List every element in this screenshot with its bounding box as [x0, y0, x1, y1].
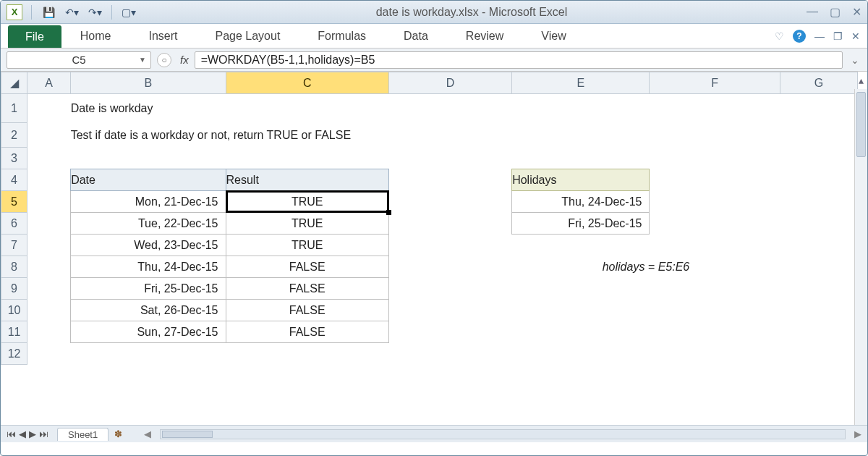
row-header-7[interactable]: 7 — [1, 235, 27, 256]
save-icon[interactable]: 💾 — [41, 4, 56, 20]
cell-C8[interactable]: FALSE — [226, 256, 388, 278]
tab-insert[interactable]: Insert — [129, 24, 196, 48]
select-all-corner[interactable]: ◢ — [1, 72, 27, 94]
sheet-nav-next-icon[interactable]: ▶ — [29, 428, 36, 439]
row-header-12[interactable]: 12 — [1, 343, 27, 365]
undo-icon[interactable]: ↶▾ — [64, 4, 80, 20]
col-header-A[interactable]: A — [27, 72, 71, 94]
vertical-scrollbar[interactable]: ▴ — [854, 89, 867, 425]
row-header-5[interactable]: 5 — [1, 191, 27, 213]
chevron-down-icon[interactable]: ▼ — [139, 56, 146, 64]
new-sheet-icon[interactable]: ✽ — [114, 428, 122, 439]
sheet-nav-prev-icon[interactable]: ◀ — [19, 428, 26, 439]
title-bar: X 💾 ↶▾ ↷▾ ▢▾ date is workday.xlsx - Micr… — [1, 1, 867, 24]
sheet-title: Date is workday — [71, 94, 780, 123]
formula-text: =WORKDAY(B5-1,1,holidays)=B5 — [201, 54, 375, 67]
expand-formula-bar-icon[interactable]: ⌄ — [848, 54, 861, 66]
horizontal-scrollbar[interactable] — [160, 429, 846, 439]
tab-review[interactable]: Review — [447, 24, 522, 48]
header-result[interactable]: Result — [226, 169, 388, 191]
doc-minimize-icon[interactable]: — — [814, 30, 825, 42]
name-box-value: C5 — [72, 54, 85, 66]
cell-C5-value: TRUE — [292, 195, 323, 208]
scroll-thumb[interactable] — [856, 92, 866, 157]
header-holidays[interactable]: Holidays — [512, 169, 650, 191]
cell-B9[interactable]: Fri, 25-Dec-15 — [71, 278, 226, 300]
maximize-icon[interactable]: ▢ — [830, 5, 841, 19]
ribbon-minimize-icon[interactable]: ♡ — [775, 30, 784, 42]
sheet-tab-bar: ⏮ ◀ ▶ ⏭ Sheet1 ✽ ◀ ▶ — [1, 425, 867, 442]
tab-view[interactable]: View — [522, 24, 584, 48]
qat-separator — [31, 5, 32, 20]
row-header-3[interactable]: 3 — [1, 148, 27, 169]
cell-B5[interactable]: Mon, 21-Dec-15 — [71, 191, 226, 213]
col-header-B[interactable]: B — [71, 72, 226, 94]
qat-separator — [111, 5, 112, 20]
cell-B8[interactable]: Thu, 24-Dec-15 — [71, 256, 226, 278]
sheet-tab-sheet1[interactable]: Sheet1 — [57, 428, 109, 441]
cell-B11[interactable]: Sun, 27-Dec-15 — [71, 321, 226, 343]
holidays-note: holidays = E5:E6 — [512, 256, 780, 278]
hscroll-thumb[interactable] — [162, 431, 213, 438]
ribbon: File Home Insert Page Layout Formulas Da… — [1, 24, 867, 48]
doc-close-icon[interactable]: ✕ — [851, 30, 860, 42]
close-icon[interactable]: ✕ — [852, 5, 861, 19]
minimize-icon[interactable]: — — [807, 5, 818, 19]
fx-icon[interactable]: fx — [180, 54, 189, 66]
redo-icon[interactable]: ↷▾ — [87, 4, 103, 20]
header-date[interactable]: Date — [71, 169, 226, 191]
formula-bar: C5 ▼ ○ fx =WORKDAY(B5-1,1,holidays)=B5 ⌄ — [1, 48, 867, 72]
tab-scroll-left-icon[interactable]: ◀ — [144, 428, 151, 439]
file-tab[interactable]: File — [8, 25, 61, 48]
tab-scroll-right-icon[interactable]: ▶ — [854, 428, 861, 439]
cell-E5[interactable]: Thu, 24-Dec-15 — [512, 191, 650, 213]
cell-B7[interactable]: Wed, 23-Dec-15 — [71, 235, 226, 256]
help-icon[interactable]: ? — [793, 30, 806, 43]
col-header-G[interactable]: G — [780, 72, 857, 94]
tab-page-layout[interactable]: Page Layout — [196, 24, 299, 48]
doc-restore-icon[interactable]: ❐ — [833, 30, 843, 42]
row-header-6[interactable]: 6 — [1, 213, 27, 235]
excel-app-icon[interactable]: X — [7, 4, 22, 20]
col-header-E[interactable]: E — [512, 72, 650, 94]
cell-C9[interactable]: FALSE — [226, 278, 388, 300]
row-header-10[interactable]: 10 — [1, 300, 27, 321]
sheet-subtitle: Test if date is a workday or not, return… — [71, 123, 780, 148]
cell-E6[interactable]: Fri, 25-Dec-15 — [512, 213, 650, 235]
sheet-nav: ⏮ ◀ ▶ ⏭ — [1, 428, 54, 439]
tab-data[interactable]: Data — [385, 24, 447, 48]
cancel-formula-icon[interactable]: ○ — [157, 53, 171, 67]
cell-B6[interactable]: Tue, 22-Dec-15 — [71, 213, 226, 235]
quick-access-toolbar: X 💾 ↶▾ ↷▾ ▢▾ — [7, 4, 137, 20]
cell-B10[interactable]: Sat, 26-Dec-15 — [71, 300, 226, 321]
name-box[interactable]: C5 ▼ — [7, 51, 151, 69]
cell-C6[interactable]: TRUE — [226, 213, 388, 235]
row-header-4[interactable]: 4 — [1, 169, 27, 191]
qat-more-icon[interactable]: ▢▾ — [121, 4, 137, 20]
tab-formulas[interactable]: Formulas — [299, 24, 385, 48]
row-header-1[interactable]: 1 — [1, 94, 27, 123]
tab-home[interactable]: Home — [61, 24, 130, 48]
cell-C11[interactable]: FALSE — [226, 321, 388, 343]
worksheet-grid[interactable]: ◢ A B C D E F G 1 Date is workday 2 Test… — [1, 72, 867, 425]
scroll-up-icon[interactable]: ▴ — [855, 75, 867, 86]
col-header-F[interactable]: F — [650, 72, 780, 94]
window-title: date is workday.xlsx - Microsoft Excel — [137, 6, 807, 19]
row-header-9[interactable]: 9 — [1, 278, 27, 300]
fill-handle[interactable] — [386, 210, 391, 215]
row-header-11[interactable]: 11 — [1, 321, 27, 343]
cell-C10[interactable]: FALSE — [226, 300, 388, 321]
sheet-nav-last-icon[interactable]: ⏭ — [39, 428, 48, 439]
cell-C5[interactable]: TRUE — [226, 191, 388, 213]
row-header-8[interactable]: 8 — [1, 256, 27, 278]
window-controls: — ▢ ✕ — [807, 5, 861, 19]
col-header-C[interactable]: C — [226, 72, 388, 94]
formula-input[interactable]: =WORKDAY(B5-1,1,holidays)=B5 — [195, 51, 843, 69]
cell-C7[interactable]: TRUE — [226, 235, 388, 256]
sheet-nav-first-icon[interactable]: ⏮ — [7, 428, 16, 439]
row-header-2[interactable]: 2 — [1, 123, 27, 148]
col-header-D[interactable]: D — [388, 72, 511, 94]
